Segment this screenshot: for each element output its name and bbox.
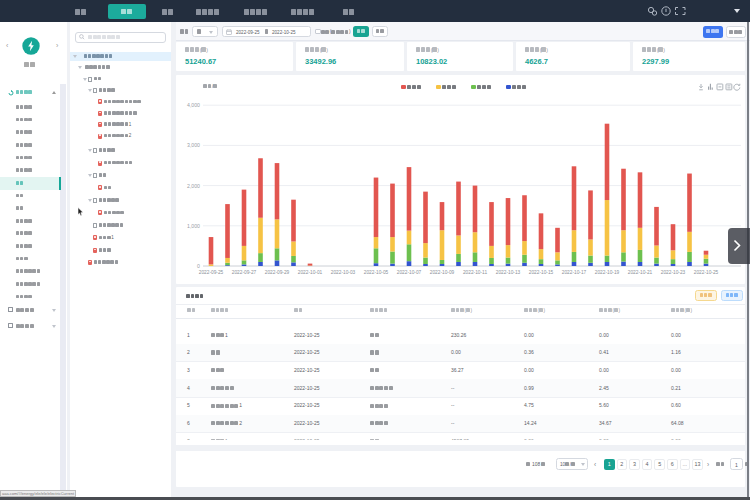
svg-text:4,000: 4,000 xyxy=(187,102,200,108)
svg-text:1,000: 1,000 xyxy=(187,223,200,229)
svg-text:2022-09-27: 2022-09-27 xyxy=(232,270,257,275)
svg-text:2022-10-21: 2022-10-21 xyxy=(628,270,653,275)
svg-text:2022-10-09: 2022-10-09 xyxy=(430,270,455,275)
svg-text:0: 0 xyxy=(197,263,200,269)
svg-text:2022-10-15: 2022-10-15 xyxy=(529,270,554,275)
svg-text:2022-10-07: 2022-10-07 xyxy=(397,270,422,275)
svg-text:2,000: 2,000 xyxy=(187,183,200,189)
svg-text:2022-10-17: 2022-10-17 xyxy=(562,270,587,275)
svg-text:2022-10-05: 2022-10-05 xyxy=(364,270,389,275)
svg-text:2022-09-29: 2022-09-29 xyxy=(265,270,290,275)
svg-text:2022-10-25: 2022-10-25 xyxy=(694,270,719,275)
svg-text:2022-09-25: 2022-09-25 xyxy=(199,270,224,275)
svg-text:2022-10-13: 2022-10-13 xyxy=(496,270,521,275)
svg-text:2022-10-11: 2022-10-11 xyxy=(463,270,488,275)
svg-text:2022-10-23: 2022-10-23 xyxy=(661,270,686,275)
svg-text:2022-10-03: 2022-10-03 xyxy=(331,270,356,275)
svg-text:2022-10-19: 2022-10-19 xyxy=(595,270,620,275)
svg-text:3,000: 3,000 xyxy=(187,142,200,148)
svg-text:2022-10-01: 2022-10-01 xyxy=(298,270,323,275)
